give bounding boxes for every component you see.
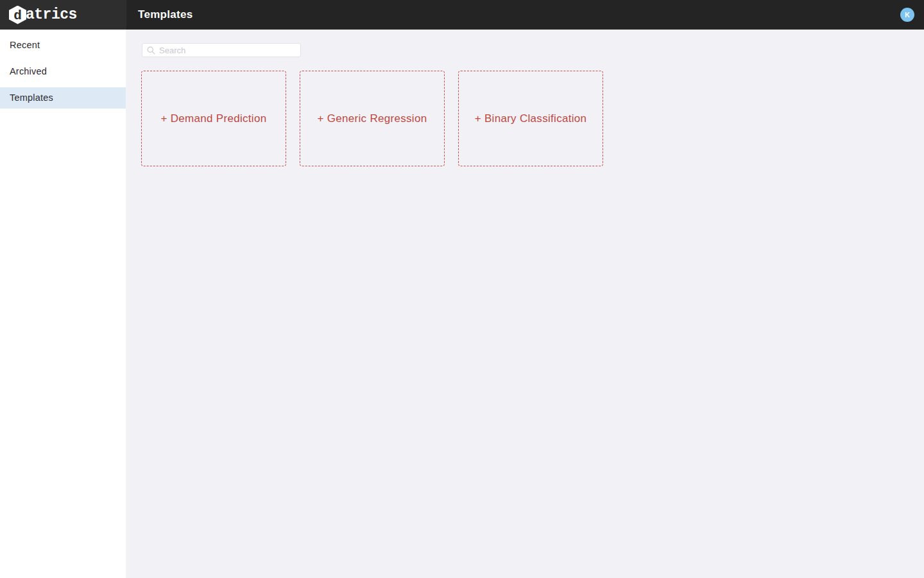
page-title: Templates <box>138 8 193 21</box>
brand-logo[interactable]: d atrics <box>0 0 126 30</box>
template-cards: + Demand Prediction + Generic Regression… <box>141 71 924 166</box>
template-card-generic-regression[interactable]: + Generic Regression <box>300 71 445 166</box>
brand-wordmark: atrics <box>26 6 77 23</box>
brand-hexagon-letter: d <box>13 9 22 22</box>
avatar[interactable]: K <box>900 8 914 22</box>
main-content: + Demand Prediction + Generic Regression… <box>126 30 924 578</box>
sidebar-item-archived[interactable]: Archived <box>0 61 126 82</box>
sidebar: Recent Archived Templates <box>0 30 126 578</box>
brand-hexagon-icon: d <box>9 6 26 24</box>
search-input[interactable] <box>142 44 300 57</box>
search-box[interactable] <box>142 43 301 57</box>
sidebar-item-templates[interactable]: Templates <box>0 87 126 109</box>
sidebar-nav: Recent Archived Templates <box>0 35 126 109</box>
sidebar-item-recent[interactable]: Recent <box>0 35 126 56</box>
template-card-binary-classification[interactable]: + Binary Classification <box>458 71 603 166</box>
template-card-demand-prediction[interactable]: + Demand Prediction <box>141 71 286 166</box>
top-bar: d atrics Templates K <box>0 0 924 30</box>
